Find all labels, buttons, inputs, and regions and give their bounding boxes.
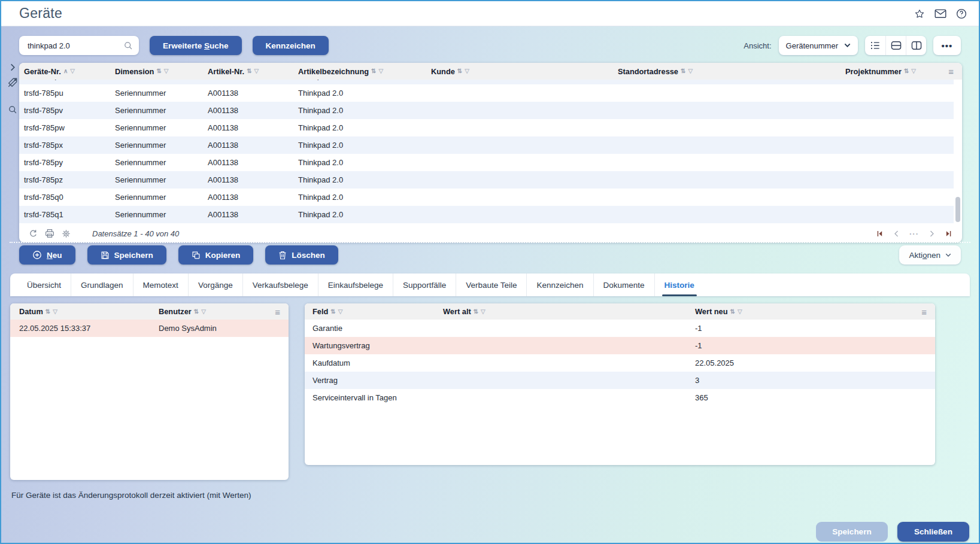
- dialog-speichern-button[interactable]: Speichern: [816, 522, 888, 542]
- refresh-icon[interactable]: [29, 229, 38, 238]
- sort-icon[interactable]: ⇅: [904, 68, 909, 74]
- tab[interactable]: Vorgänge: [188, 273, 242, 296]
- filter-icon[interactable]: ▽: [688, 68, 693, 74]
- sort-icon[interactable]: ⇅: [156, 68, 161, 74]
- tab[interactable]: Verbaute Teile: [456, 273, 526, 296]
- filter-icon[interactable]: ▽: [201, 309, 206, 315]
- table-row[interactable]: trsfd-785px Seriennummer A001138 Thinkpa…: [19, 136, 954, 154]
- history-entry-row[interactable]: 22.05.2025 15:33:37 Demo SysAdmin: [10, 320, 289, 337]
- filter-icon[interactable]: ▽: [465, 68, 469, 74]
- column-header-wert-neu[interactable]: Wert neu ⇅ ▽: [687, 307, 916, 316]
- column-header-dimension[interactable]: Dimension ⇅ ▽: [110, 67, 203, 76]
- sort-icon[interactable]: ⇅: [681, 68, 685, 74]
- sort-icon[interactable]: ⇅: [730, 309, 735, 315]
- table-row[interactable]: trsfd-785q0 Seriennummer A001138 Thinkpa…: [19, 189, 954, 206]
- table-row[interactable]: trsfd-785pt Seriennummer A001138 Thinkpa…: [19, 80, 954, 84]
- cell-artikel-nr: A001138: [203, 210, 293, 219]
- column-header-artikel-nr[interactable]: Artikel-Nr. ⇅ ▽: [203, 67, 293, 76]
- tab[interactable]: Übersicht: [17, 273, 71, 296]
- filter-icon[interactable]: ▽: [70, 68, 75, 74]
- more-options-button[interactable]: •••: [933, 36, 961, 55]
- sort-icon[interactable]: ⇅: [247, 68, 251, 74]
- last-page-button[interactable]: [945, 230, 952, 238]
- tab[interactable]: Memotext: [133, 273, 188, 296]
- table-row[interactable]: trsfd-785pw Seriennummer A001138 Thinkpa…: [19, 119, 954, 136]
- tab[interactable]: Supportfälle: [393, 273, 456, 296]
- aktionen-button[interactable]: Aktionen: [899, 245, 961, 265]
- pager-more-button[interactable]: ···: [909, 229, 919, 238]
- tab[interactable]: Historie: [654, 273, 704, 296]
- sort-icon[interactable]: ⇅: [474, 309, 478, 315]
- column-header-projektnummer[interactable]: Projektnummer ⇅ ▽: [841, 67, 938, 76]
- settings-gear-icon[interactable]: [62, 229, 71, 238]
- table-row[interactable]: trsfd-785q1 Seriennummer A001138 Thinkpa…: [19, 206, 954, 223]
- view-split-horizontal-button[interactable]: [885, 36, 906, 55]
- history-change-row[interactable]: Garantie -1: [305, 320, 935, 337]
- table-menu-icon[interactable]: ≡: [948, 67, 954, 76]
- filter-icon[interactable]: ▽: [53, 309, 57, 315]
- table-row[interactable]: trsfd-785pz Seriennummer A001138 Thinkpa…: [19, 171, 954, 189]
- sort-icon[interactable]: ⇅: [330, 309, 335, 315]
- column-header-kunde[interactable]: Kunde ⇅ ▽: [426, 67, 613, 76]
- view-split-vertical-button[interactable]: [906, 36, 926, 55]
- sort-icon[interactable]: ⇅: [45, 309, 50, 315]
- advanced-search-button[interactable]: Erweiterte Suche: [150, 36, 242, 55]
- view-select[interactable]: Gerätenummer: [779, 36, 858, 55]
- search-icon[interactable]: [123, 41, 133, 50]
- history-change-row[interactable]: Wartungsvertrag -1: [305, 337, 935, 354]
- neu-button[interactable]: Neu: [19, 245, 75, 265]
- tab[interactable]: Einkaufsbelege: [318, 273, 393, 296]
- expand-sidebar-icon[interactable]: [10, 63, 16, 71]
- filter-icon[interactable]: ▽: [338, 309, 343, 315]
- history-change-row[interactable]: Kaufdatum 22.05.2025: [305, 354, 935, 372]
- kennzeichen-button[interactable]: Kennzeichen: [253, 36, 329, 55]
- view-list-button[interactable]: [865, 36, 885, 55]
- sort-icon[interactable]: ⇅: [457, 68, 462, 74]
- filter-icon[interactable]: ▽: [738, 309, 742, 315]
- dialog-schliessen-button[interactable]: Schließen: [897, 522, 969, 542]
- favorite-star-icon[interactable]: [914, 8, 925, 19]
- filter-icon[interactable]: ▽: [378, 68, 383, 74]
- column-header-wert-alt[interactable]: Wert alt ⇅ ▽: [435, 307, 687, 316]
- tab[interactable]: Kennzeichen: [526, 273, 593, 296]
- filter-icon[interactable]: ▽: [481, 309, 486, 315]
- tab[interactable]: Verkaufsbelege: [242, 273, 318, 296]
- history-change-row[interactable]: Serviceintervall in Tagen 365: [305, 389, 935, 406]
- table-row[interactable]: trsfd-785py Seriennummer A001138 Thinkpa…: [19, 154, 954, 171]
- filter-icon[interactable]: ▽: [911, 68, 916, 74]
- mail-icon[interactable]: [935, 9, 946, 19]
- filter-icon[interactable]: ▽: [254, 68, 259, 74]
- table-row[interactable]: trsfd-785pv Seriennummer A001138 Thinkpa…: [19, 102, 954, 119]
- column-header-datum[interactable]: Datum ⇅ ▽: [10, 307, 150, 316]
- sort-icon[interactable]: ⇅: [371, 68, 376, 74]
- sidebar-search-icon[interactable]: [8, 105, 17, 114]
- previous-page-button[interactable]: [893, 230, 900, 238]
- next-page-button[interactable]: [929, 230, 935, 238]
- table-menu-icon[interactable]: ≡: [275, 307, 280, 316]
- column-header-artikelbezeichnung[interactable]: Artikelbezeichnung ⇅ ▽: [293, 67, 426, 76]
- kopieren-button[interactable]: Kopieren: [178, 245, 254, 265]
- column-header-standortadresse[interactable]: Standortadresse ⇅ ▽: [613, 67, 841, 76]
- table-row[interactable]: trsfd-785pu Seriennummer A001138 Thinkpa…: [19, 84, 954, 102]
- column-header-benutzer[interactable]: Benutzer ⇅ ▽: [150, 307, 269, 316]
- sort-asc-icon[interactable]: ∧: [63, 68, 68, 74]
- tab[interactable]: Dokumente: [593, 273, 654, 296]
- column-header-geraete-nr[interactable]: Geräte-Nr. ∧ ▽: [19, 67, 110, 76]
- help-icon[interactable]: [956, 8, 967, 19]
- print-icon[interactable]: [45, 229, 54, 238]
- vertical-scrollbar-thumb[interactable]: [955, 197, 960, 222]
- column-header-feld[interactable]: Feld ⇅ ▽: [305, 307, 435, 316]
- loeschen-button[interactable]: Löschen: [265, 245, 338, 265]
- filter-icon[interactable]: ▽: [164, 68, 169, 74]
- speichern-button[interactable]: Speichern: [87, 245, 166, 265]
- dialog-buttons: Speichern Schließen: [816, 522, 969, 542]
- tag-filter-icon[interactable]: [7, 77, 18, 88]
- splitter-handle[interactable]: [10, 242, 970, 243]
- cell-artikelbezeichnung: Thinkpad 2.0: [293, 89, 426, 98]
- history-change-row[interactable]: Vertrag 3: [305, 372, 935, 389]
- tab[interactable]: Grundlagen: [71, 273, 133, 296]
- search-input[interactable]: [26, 41, 123, 51]
- table-menu-icon[interactable]: ≡: [921, 307, 927, 316]
- first-page-button[interactable]: [876, 230, 884, 238]
- sort-icon[interactable]: ⇅: [194, 309, 199, 315]
